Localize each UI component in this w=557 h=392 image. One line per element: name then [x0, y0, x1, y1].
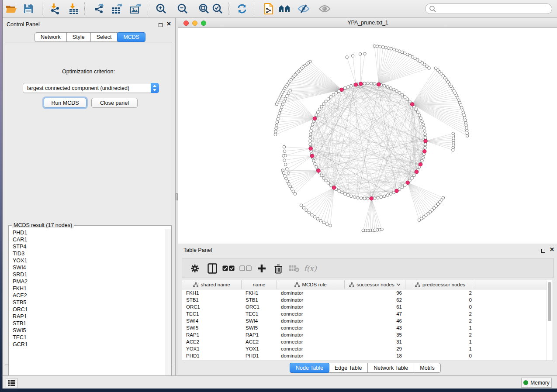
show-columns-button[interactable] [206, 262, 219, 275]
mcds-result-item[interactable]: PHD1 [9, 229, 166, 236]
toolbar-separator [84, 3, 85, 15]
mcds-result-item[interactable]: SRD1 [9, 271, 166, 278]
mcds-result-item[interactable]: TID3 [9, 250, 166, 257]
close-window-icon[interactable] [183, 21, 189, 26]
table-cell: 62 [345, 296, 405, 303]
table-cell: dominator [277, 352, 345, 359]
mcds-result-item[interactable]: STB1 [9, 320, 166, 327]
table-cell: SWI5 [242, 324, 277, 331]
tab-select[interactable]: Select [91, 33, 118, 41]
mcds-result-group: MCDS result (17 nodes) PHD1CAR1STP4TID3Y… [8, 225, 172, 388]
delete-column-button[interactable] [272, 262, 285, 275]
function-builder-button[interactable]: f(x) [304, 262, 317, 275]
column-header-shared-name[interactable]: shared name [182, 280, 242, 289]
network-from-selection-button[interactable] [262, 2, 276, 15]
export-table-icon [111, 3, 122, 14]
table-row[interactable]: ORC1ORC1dominator610 [182, 303, 547, 310]
memory-button[interactable]: Memory [521, 378, 552, 388]
tab-node-table[interactable]: Node Table [290, 363, 329, 373]
tab-edge-table[interactable]: Edge Table [329, 363, 368, 372]
table-row[interactable]: SWI5SWI5connector431 [182, 324, 547, 331]
export-image-button[interactable] [128, 2, 142, 15]
search-field[interactable] [425, 3, 552, 14]
zoom-in-button[interactable] [154, 2, 168, 15]
import-table-button[interactable] [67, 2, 81, 15]
mcds-result-item[interactable]: ACE2 [9, 292, 166, 299]
status-menu-button[interactable] [6, 378, 17, 388]
zoom-out-icon [177, 3, 188, 14]
mcds-result-item[interactable]: SWI5 [9, 327, 166, 334]
mcds-result-item[interactable]: PMA2 [9, 278, 166, 285]
table-row[interactable]: RAP1RAP1dominator352 [182, 331, 547, 338]
minimize-window-icon[interactable] [192, 21, 197, 26]
close-panel-button[interactable]: Close panel [91, 98, 138, 108]
run-mcds-button[interactable]: Run MCDS [44, 98, 86, 108]
table-scrollbar[interactable] [547, 281, 552, 361]
network-graph[interactable] [178, 28, 557, 244]
tab-mcds[interactable]: MCDS [117, 32, 145, 42]
close-panel-icon[interactable]: ✕ [166, 21, 171, 27]
column-header-MCDS-role[interactable]: MCDS role [277, 280, 345, 289]
float-panel-icon[interactable] [159, 22, 163, 28]
mcds-result-item[interactable]: YOX1 [9, 257, 166, 264]
select-all-button[interactable] [222, 262, 235, 275]
delete-table-button[interactable] [288, 262, 301, 275]
table-row[interactable]: YOX1YOX1connector291 [182, 345, 547, 352]
splitter-grip[interactable] [176, 193, 178, 200]
mcds-result-item[interactable]: TEC1 [9, 334, 166, 341]
table-cell: 96 [345, 289, 405, 296]
zoom-out-button[interactable] [176, 2, 190, 15]
tab-network-table[interactable]: Network Table [368, 363, 414, 372]
mcds-result-item[interactable]: RAP1 [9, 313, 166, 320]
mcds-result-item[interactable]: FKH1 [9, 285, 166, 292]
table-row[interactable]: STB1STB1dominator620 [182, 296, 547, 303]
show-all-button[interactable] [318, 2, 332, 15]
optimization-select[interactable]: largest connected component (undirected) [23, 83, 159, 93]
mcds-result-item[interactable]: SWI4 [9, 264, 166, 271]
import-network-button[interactable] [48, 2, 62, 15]
search-input[interactable] [438, 4, 552, 13]
table-row[interactable]: TEC1TEC1connector472 [182, 310, 547, 317]
network-window-titlebar[interactable]: YPA_prune.txt_1 [178, 18, 557, 28]
deselect-all-button[interactable] [239, 262, 252, 275]
network-canvas[interactable] [178, 28, 557, 244]
zoom-selected-button[interactable] [211, 2, 225, 15]
column-header-name[interactable]: name [242, 280, 277, 289]
mcds-result-item[interactable]: STB5 [9, 299, 166, 306]
hide-selected-button[interactable] [297, 2, 311, 15]
column-header-successor-nodes[interactable]: successor nodes [345, 280, 405, 289]
mcds-list-scrollbar[interactable] [166, 229, 171, 386]
table-row[interactable]: FKH1FKH1dominator962 [182, 289, 547, 296]
table-row[interactable]: PHD1PHD1dominator180 [182, 352, 547, 359]
column-header-predecessor-nodes[interactable]: predecessor nodes [405, 280, 475, 289]
table-cell: 35 [345, 331, 405, 338]
maximize-window-icon[interactable] [201, 21, 206, 26]
home-search-button[interactable] [277, 2, 291, 15]
export-table-button[interactable] [110, 2, 124, 15]
apply-layout-button[interactable] [235, 2, 249, 15]
table-cell: 1 [405, 345, 475, 352]
panel-splitter[interactable] [175, 18, 178, 375]
mcds-result-item[interactable]: STP4 [9, 243, 166, 250]
table-row[interactable]: SWI4SWI4dominator462 [182, 317, 547, 324]
float-table-panel-icon[interactable] [541, 248, 545, 254]
table-settings-button[interactable] [188, 262, 201, 275]
table-scrollbar-thumb[interactable] [548, 282, 551, 321]
tab-motifs[interactable]: Motifs [414, 363, 440, 372]
close-table-panel-icon[interactable]: ✕ [550, 246, 554, 253]
table-cell: 46 [345, 317, 405, 324]
add-column-button[interactable] [255, 262, 268, 275]
zoom-fit-button[interactable] [197, 2, 211, 15]
mcds-result-item[interactable]: ORC1 [9, 306, 166, 313]
mcds-result-item[interactable]: GCR1 [9, 341, 166, 348]
select-stepper-icon[interactable] [151, 83, 159, 93]
open-button[interactable] [4, 2, 18, 15]
mcds-result-list[interactable]: PHD1CAR1STP4TID3YOX1SWI4SRD1PMA2FKH1ACE2… [9, 229, 166, 386]
mcds-result-item[interactable]: CAR1 [9, 236, 166, 243]
table-row[interactable]: ACE2ACE2connector311 [182, 338, 547, 345]
table-cell: TEC1 [182, 310, 242, 317]
save-button[interactable] [21, 2, 35, 15]
export-network-button[interactable] [92, 2, 106, 15]
tab-style[interactable]: Style [67, 33, 91, 41]
tab-network[interactable]: Network [35, 33, 67, 41]
